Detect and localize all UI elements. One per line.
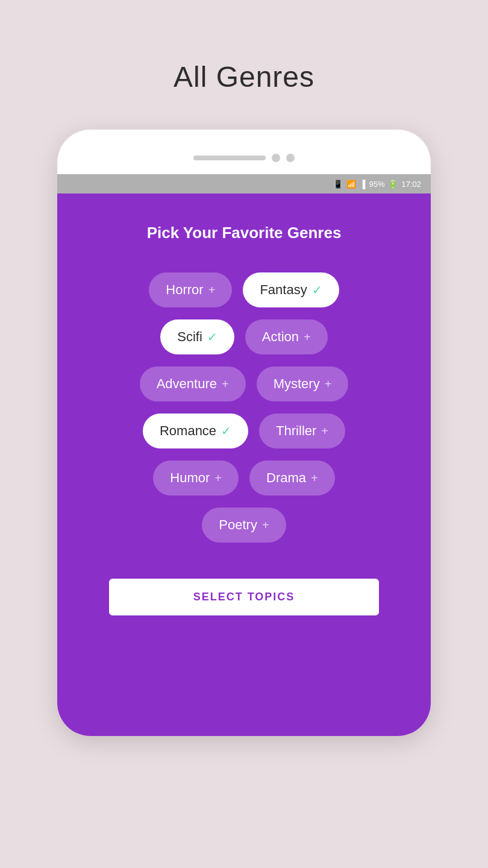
plus-icon-adventure: + <box>222 377 229 391</box>
genre-chip-adventure[interactable]: Adventure + <box>140 366 246 401</box>
genre-label-scifi: Scifi <box>177 329 202 345</box>
select-topics-button[interactable]: SELECT TOPICS <box>109 579 379 615</box>
genre-chip-action[interactable]: Action + <box>245 319 328 354</box>
plus-icon-humor: + <box>214 471 222 485</box>
page-title: All Genres <box>174 60 314 93</box>
genre-label-romance: Romance <box>160 423 216 439</box>
phone-camera-2 <box>286 154 295 162</box>
genre-label-fantasy: Fantasy <box>260 282 307 298</box>
plus-icon-horror: + <box>208 283 216 297</box>
check-icon-fantasy: ✓ <box>312 283 322 297</box>
genre-chip-drama[interactable]: Drama + <box>249 461 335 495</box>
phone-top-bar <box>57 154 431 174</box>
genre-chip-romance[interactable]: Romance ✓ <box>143 414 248 448</box>
phone-speaker <box>193 156 266 160</box>
select-btn-area: SELECT TOPICS <box>75 579 413 615</box>
plus-icon-mystery: + <box>325 377 332 391</box>
status-icons: 📳 📶 ▐ 95% 🔋 17:02 <box>333 180 421 189</box>
genre-label-thriller: Thriller <box>276 423 316 439</box>
genre-chip-scifi[interactable]: Scifi ✓ <box>160 319 234 354</box>
genre-row-5: Humor + Drama + <box>153 461 334 495</box>
genre-row-4: Romance ✓ Thriller + <box>143 414 345 448</box>
app-content: Pick Your Favorite Genres Horror + Fanta… <box>57 193 431 736</box>
genre-chip-horror[interactable]: Horror + <box>149 272 232 307</box>
app-heading: Pick Your Favorite Genres <box>147 224 342 242</box>
phone-frame: 📳 📶 ▐ 95% 🔋 17:02 Pick Your Favorite Gen… <box>57 130 431 736</box>
genre-label-action: Action <box>262 329 299 345</box>
genre-row-1: Horror + Fantasy ✓ <box>149 272 339 307</box>
genre-chip-poetry[interactable]: Poetry + <box>202 508 286 542</box>
wifi-icon: 📶 <box>346 180 356 189</box>
genre-label-mystery: Mystery <box>274 376 320 392</box>
phone-camera-1 <box>272 154 280 162</box>
check-icon-scifi: ✓ <box>207 330 217 344</box>
genre-chip-humor[interactable]: Humor + <box>153 461 239 495</box>
plus-icon-action: + <box>304 330 311 344</box>
genre-label-drama: Drama <box>266 470 306 486</box>
genres-grid: Horror + Fantasy ✓ Scifi ✓ Action + <box>75 272 413 542</box>
vibrate-icon: 📳 <box>333 180 343 189</box>
status-bar: 📳 📶 ▐ 95% 🔋 17:02 <box>57 174 431 193</box>
plus-icon-drama: + <box>311 471 318 485</box>
genre-label-humor: Humor <box>170 470 210 486</box>
battery-icon: 🔋 <box>388 180 398 189</box>
check-icon-romance: ✓ <box>221 424 231 438</box>
genre-label-horror: Horror <box>166 282 203 298</box>
genre-row-3: Adventure + Mystery + <box>140 366 349 401</box>
genre-chip-thriller[interactable]: Thriller + <box>259 414 345 448</box>
genre-chip-fantasy[interactable]: Fantasy ✓ <box>243 272 339 307</box>
genre-row-6: Poetry + <box>202 508 286 542</box>
battery-percent: 95% <box>369 180 384 189</box>
genre-label-poetry: Poetry <box>219 517 257 533</box>
plus-icon-thriller: + <box>321 424 328 438</box>
plus-icon-poetry: + <box>262 518 269 532</box>
signal-icon: ▐ <box>360 180 365 189</box>
genre-row-2: Scifi ✓ Action + <box>160 319 327 354</box>
genre-label-adventure: Adventure <box>157 376 217 392</box>
time-display: 17:02 <box>401 180 421 189</box>
genre-chip-mystery[interactable]: Mystery + <box>257 366 349 401</box>
